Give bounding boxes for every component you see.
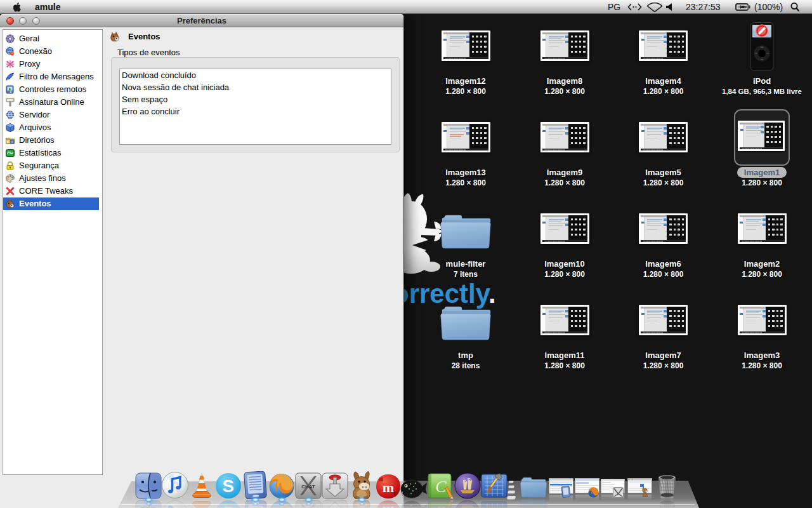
svg-text:C: C — [435, 478, 447, 496]
svg-text:S: S — [223, 476, 235, 496]
svg-text:m: m — [383, 479, 394, 495]
svg-text:CHAT: CHAT — [301, 484, 315, 490]
